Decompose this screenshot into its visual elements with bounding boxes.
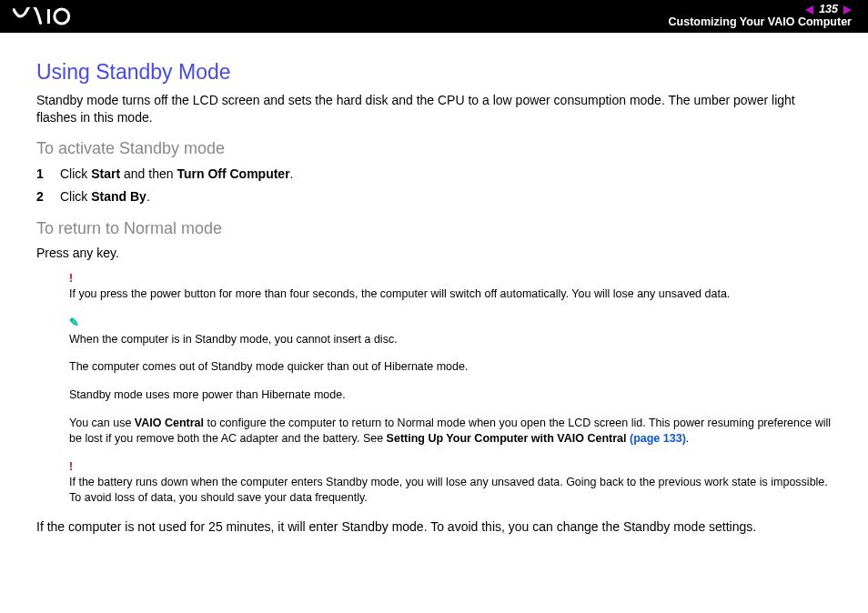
tip-note: ✎ When the computer is in Standby mode, … xyxy=(69,315,832,347)
page-title: Using Standby Mode xyxy=(36,60,832,85)
header-right: 135 Customizing Your VAIO Computer xyxy=(669,4,852,29)
step-text: Click Stand By. xyxy=(60,188,150,206)
header-bar: 135 Customizing Your VAIO Computer xyxy=(0,0,868,33)
page-link[interactable]: (page 133) xyxy=(627,432,686,445)
next-page-icon[interactable] xyxy=(843,5,852,15)
header-section: Customizing Your VAIO Computer xyxy=(669,16,852,29)
page-nav: 135 xyxy=(669,4,852,16)
step-text: Click Start and then Turn Off Computer. xyxy=(60,166,293,184)
note-text: If the battery runs down when the comput… xyxy=(69,476,828,504)
svg-rect-0 xyxy=(47,9,50,24)
warning-icon: ! xyxy=(69,459,832,474)
note-text: Standby mode uses more power than Hibern… xyxy=(69,388,346,401)
page-number: 135 xyxy=(819,4,838,16)
intro-paragraph: Standby mode turns off the LCD screen an… xyxy=(36,92,832,126)
warning-note: ! If the battery runs down when the comp… xyxy=(69,459,832,506)
prev-page-icon[interactable] xyxy=(805,5,813,15)
activate-heading: To activate Standby mode xyxy=(36,139,832,158)
return-text: Press any key. xyxy=(36,246,832,260)
note-text: When the computer is in Standby mode, yo… xyxy=(69,333,398,346)
step-row: 2 Click Stand By. xyxy=(36,188,832,206)
warning-note: ! If you press the power button for more… xyxy=(69,271,832,302)
vaio-logo xyxy=(13,0,113,33)
warning-icon: ! xyxy=(69,271,832,286)
tip-note: The computer comes out of Standby mode q… xyxy=(69,359,832,375)
footer-paragraph: If the computer is not used for 25 minut… xyxy=(36,518,832,536)
note-text: You can use VAIO Central to configure th… xyxy=(69,417,831,445)
tip-note: Standby mode uses more power than Hibern… xyxy=(69,387,832,403)
step-number: 2 xyxy=(36,188,47,206)
note-text: The computer comes out of Standby mode q… xyxy=(69,360,468,373)
step-number: 1 xyxy=(36,166,47,184)
note-text: If you press the power button for more t… xyxy=(69,287,730,300)
return-heading: To return to Normal mode xyxy=(36,219,832,238)
svg-point-1 xyxy=(55,9,69,24)
tip-note: You can use VAIO Central to configure th… xyxy=(69,416,832,447)
tip-icon: ✎ xyxy=(69,315,832,331)
activate-steps: 1 Click Start and then Turn Off Computer… xyxy=(36,166,832,206)
notes-region: ! If you press the power button for more… xyxy=(36,271,832,506)
step-row: 1 Click Start and then Turn Off Computer… xyxy=(36,166,832,184)
page-content: Using Standby Mode Standby mode turns of… xyxy=(0,33,868,554)
